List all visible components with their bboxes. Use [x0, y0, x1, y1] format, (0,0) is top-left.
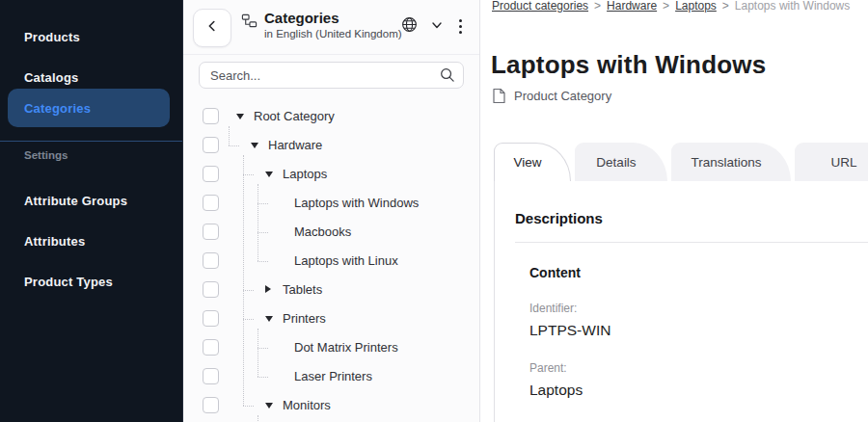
tree-row-laptops: Laptops	[183, 160, 479, 189]
view-tab-panel: Descriptions Content Identifier:LPTPS-WI…	[494, 181, 868, 422]
sidebar-item-categories[interactable]: Categories	[8, 89, 170, 127]
content-subsection-title: Content	[529, 265, 581, 280]
entity-type-row: Product Category	[492, 88, 611, 104]
tree-node-label[interactable]: Root Category	[254, 109, 335, 123]
field-value: Laptops	[529, 382, 610, 399]
tree-checkbox[interactable]	[203, 252, 219, 269]
tab-details[interactable]: Details	[575, 143, 667, 181]
panel-menu-button[interactable]	[455, 17, 466, 36]
tree-checkbox[interactable]	[203, 281, 219, 298]
collapse-toggle-icon[interactable]	[265, 403, 273, 409]
tree-checkbox[interactable]	[203, 137, 219, 153]
document-icon	[492, 88, 506, 104]
panel-title-text: Categories in English (United Kingdom)	[264, 10, 402, 41]
sidebar-item-products[interactable]: Products	[8, 17, 170, 56]
tree-node-label[interactable]: Laptops with Linux	[294, 253, 398, 268]
tree-node-label[interactable]: Hardware	[268, 138, 322, 152]
tab-url[interactable]: URL	[795, 143, 868, 181]
tab-label: Details	[596, 155, 636, 170]
collapse-toggle-icon[interactable]	[265, 171, 273, 177]
chevron-left-icon	[203, 17, 221, 39]
chevron-down-icon	[430, 18, 444, 36]
main-sidebar: ProductsCatalogsCategories Settings Attr…	[0, 0, 183, 422]
panel-subtitle: in English (United Kingdom)	[264, 27, 402, 41]
locale-dropdown-button[interactable]	[430, 18, 444, 36]
tree-row-hardware: Hardware	[183, 131, 479, 160]
tab-translations[interactable]: Translations	[671, 143, 791, 181]
field-list: Identifier:LPTPS-WINParent:Laptops	[529, 302, 610, 421]
field-parent: Parent:Laptops	[529, 361, 610, 399]
category-tree-icon	[241, 13, 258, 41]
tab-bar: ViewDetailsTranslationsURL	[494, 143, 868, 181]
tree-row-tablets: Tablets	[183, 276, 479, 304]
tree-node-label[interactable]: Laptops	[283, 167, 327, 181]
tree-node-label[interactable]: Printers	[283, 311, 326, 326]
page-title: Laptops with Windows	[491, 50, 766, 80]
tree-row-laptops-with-windows: Laptops with Windows	[183, 189, 479, 218]
tree-checkbox[interactable]	[203, 108, 219, 124]
search-wrap	[199, 62, 464, 89]
tree-row-dot-matrix-printers: Dot Matrix Printers	[183, 333, 479, 362]
section-divider	[515, 242, 868, 243]
sidebar-divider	[0, 141, 182, 142]
tree-row-laptops-with-linux: Laptops with Linux	[183, 247, 479, 276]
tree-row-monitors: Monitors	[183, 391, 479, 420]
breadcrumb: Product categories>Hardware>Laptops>Lapt…	[492, 0, 850, 13]
breadcrumb-link[interactable]: Hardware	[607, 0, 657, 13]
tree-checkbox[interactable]	[203, 224, 219, 240]
breadcrumb-link[interactable]: Product categories	[492, 0, 588, 13]
tree-node-label[interactable]: Macbooks	[294, 224, 351, 239]
sidebar-item-label: Categories	[24, 101, 91, 116]
tree-node-label[interactable]: Laptops with Windows	[294, 196, 419, 210]
tree-row-printers: Printers	[183, 304, 479, 333]
tree-node-label[interactable]: Monitors	[283, 398, 331, 412]
tree-node-label[interactable]: Laser Printers	[294, 369, 372, 383]
tree-checkbox[interactable]	[203, 166, 219, 182]
panel-header: Categories in English (United Kingdom)	[183, 0, 479, 55]
panel-title: Categories	[264, 10, 402, 27]
tree-checkbox[interactable]	[203, 195, 219, 211]
collapse-toggle-icon[interactable]	[251, 143, 258, 148]
breadcrumb-current: Laptops with Windows	[735, 0, 850, 13]
tree-checkbox[interactable]	[203, 397, 219, 413]
breadcrumb-separator: >	[663, 0, 669, 13]
breadcrumb-link[interactable]: Laptops	[675, 0, 717, 13]
panel-title-group: Categories in English (United Kingdom)	[241, 10, 402, 41]
tree-checkbox[interactable]	[203, 310, 219, 327]
categories-panel: Categories in English (United Kingdom)	[183, 0, 480, 422]
search-input[interactable]	[199, 62, 464, 89]
sidebar-item-label: Attributes	[24, 234, 85, 249]
field-value: LPTPS-WIN	[529, 322, 610, 339]
collapse-toggle-icon[interactable]	[236, 114, 244, 119]
sidebar-section-label: Settings	[24, 149, 68, 161]
expand-toggle-icon[interactable]	[265, 285, 271, 293]
field-identifier: Identifier:LPTPS-WIN	[529, 302, 610, 339]
field-label: Parent:	[529, 361, 610, 375]
tree-node-label[interactable]: Dot Matrix Printers	[294, 340, 398, 355]
sidebar-item-attribute-groups[interactable]: Attribute Groups	[8, 181, 170, 220]
tree-row-macbooks: Macbooks	[183, 218, 479, 247]
collapse-toggle-icon[interactable]	[265, 316, 273, 322]
tree-checkbox[interactable]	[203, 339, 219, 356]
sidebar-item-label: Products	[24, 30, 80, 44]
panel-header-icons	[400, 15, 466, 38]
sidebar-item-product-types[interactable]: Product Types	[8, 262, 170, 301]
tree-row-root-category: Root Category	[183, 102, 479, 131]
locale-globe-button[interactable]	[400, 15, 419, 38]
breadcrumb-separator: >	[594, 0, 601, 13]
tree-node-label[interactable]: Tablets	[283, 282, 322, 297]
tab-label: Translations	[691, 155, 761, 170]
breadcrumb-separator: >	[722, 0, 729, 13]
entity-type-label: Product Category	[514, 89, 611, 103]
descriptions-section-title: Descriptions	[515, 210, 603, 226]
sidebar-item-label: Catalogs	[24, 70, 79, 85]
tab-label: URL	[830, 155, 856, 170]
tree-row-laser-printers: Laser Printers	[183, 362, 479, 391]
back-button[interactable]	[193, 9, 231, 47]
main-content: Product categories>Hardware>Laptops>Lapt…	[480, 0, 868, 422]
tab-view[interactable]: View	[494, 143, 571, 181]
category-tree: Root CategoryHardwareLaptopsLaptops with…	[183, 91, 479, 422]
sidebar-item-attributes[interactable]: Attributes	[8, 222, 170, 260]
field-label: Identifier:	[529, 302, 610, 315]
tree-checkbox[interactable]	[203, 368, 219, 384]
